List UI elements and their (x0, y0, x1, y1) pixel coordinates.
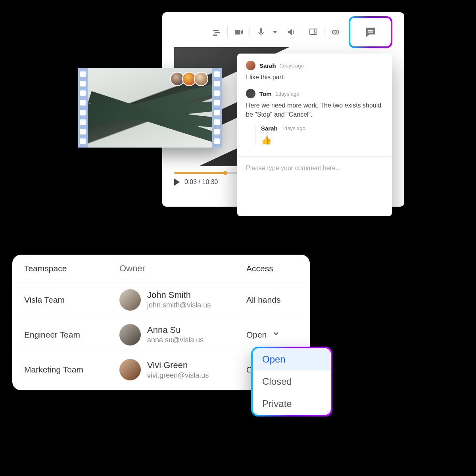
svg-rect-9 (368, 30, 373, 31)
dropdown-option-open[interactable]: Open (253, 348, 331, 370)
avatar (119, 359, 141, 380)
owner-name: John Smith (147, 290, 211, 300)
comment-text: Here we need more work. The two exists s… (246, 101, 383, 119)
comments-button[interactable] (350, 18, 391, 46)
owner-email: john.smith@visla.us (147, 301, 211, 309)
table-row[interactable]: Visla Team John Smith john.smith@visla.u… (12, 282, 310, 317)
avatar (246, 89, 255, 98)
filmstrip-thumbnail[interactable] (78, 68, 222, 148)
dropdown-option-private[interactable]: Private (253, 393, 331, 415)
dropdown-option-closed[interactable]: Closed (253, 370, 331, 393)
svg-rect-0 (213, 30, 219, 31)
access-value[interactable]: All hands (246, 295, 298, 305)
sliders-icon[interactable] (205, 24, 227, 40)
reply-author: Sarah (261, 125, 278, 132)
comment: Sarah 2days ago I like this part. (246, 61, 383, 82)
mic-icon[interactable] (250, 24, 272, 40)
svg-rect-6 (310, 29, 317, 35)
reply-emoji: 👍 (261, 135, 383, 145)
mic-caret-icon[interactable] (270, 24, 280, 40)
link-icon[interactable] (324, 24, 346, 40)
play-time: 0:03 / 10:30 (184, 178, 218, 186)
comment-author: Tom (259, 90, 272, 97)
access-select[interactable]: Open (246, 330, 298, 340)
editor-toolbar (174, 20, 392, 44)
svg-rect-10 (368, 32, 373, 33)
owner-name: Anna Su (147, 325, 203, 335)
comment-text: I like this part. (246, 73, 383, 82)
comment-input-placeholder: Please type your comment here... (246, 165, 341, 171)
comment-time: 1days ago (276, 91, 299, 97)
comment: Tom 1days ago Here we need more work. Th… (246, 89, 383, 145)
video-icon[interactable] (228, 24, 250, 40)
table-header: Teamspace Owner Access (12, 255, 310, 282)
avatar[interactable] (194, 72, 208, 86)
chevron-down-icon (272, 330, 280, 340)
header-access: Access (246, 264, 298, 273)
owner-email: vivi.green@visla.us (147, 371, 209, 380)
speaker-icon[interactable] (280, 24, 302, 40)
avatar (119, 289, 141, 311)
comments-button-highlight (349, 16, 392, 48)
teamspace-name: Marketing Team (24, 365, 119, 374)
teamspace-name: Visla Team (24, 295, 119, 305)
collaborator-avatars (173, 72, 208, 86)
header-owner: Owner (119, 263, 246, 274)
comments-panel: Sarah 2days ago I like this part. Tom 1d… (237, 54, 392, 216)
header-teamspace: Teamspace (24, 264, 119, 273)
svg-rect-4 (260, 28, 262, 33)
access-dropdown: Open Closed Private (251, 347, 332, 416)
owner-email: anna.su@visla.us (147, 336, 203, 344)
svg-rect-2 (213, 35, 217, 36)
owner-name: Vivi Green (147, 360, 209, 370)
comments-icon (364, 25, 377, 39)
comment-time: 2days ago (280, 63, 304, 69)
avatar (119, 324, 141, 345)
screen-share-icon[interactable] (302, 24, 324, 40)
comment-author: Sarah (259, 62, 276, 69)
svg-rect-5 (261, 35, 261, 36)
svg-rect-1 (215, 32, 220, 33)
avatar (246, 61, 255, 70)
teamspace-name: Engineer Team (24, 330, 119, 340)
comment-input[interactable]: Please type your comment here... (237, 156, 392, 216)
play-icon[interactable] (174, 178, 180, 186)
reply-time: 1days ago (282, 125, 305, 131)
svg-rect-3 (235, 30, 240, 35)
comment-reply: Sarah 1days ago 👍 (255, 125, 383, 145)
